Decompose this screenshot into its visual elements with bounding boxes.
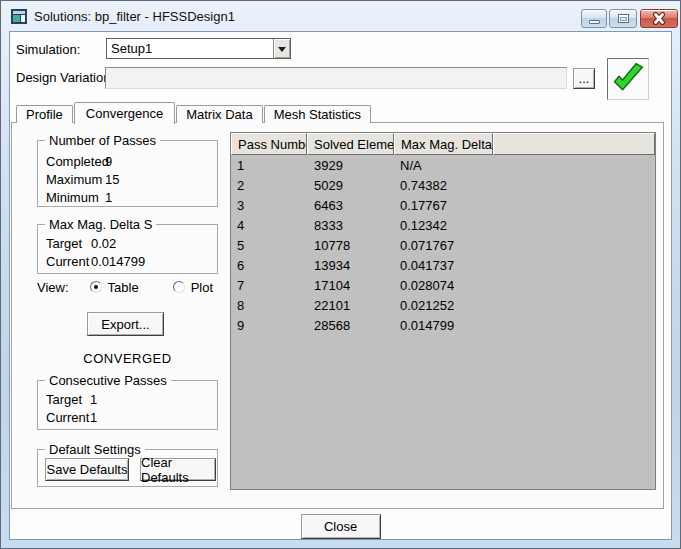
completed-value: 9 [105,154,112,169]
table-row[interactable]: 6139340.041737 [231,255,655,275]
simulation-label: Simulation: [16,42,80,57]
view-plot-radio-label[interactable]: Plot [191,280,213,295]
convergence-status: CONVERGED [37,351,218,366]
tab-convergence[interactable]: Convergence [74,102,175,124]
table-cell: 0.014799 [394,315,493,335]
table-cell: 17104 [307,275,394,295]
group-title: Consecutive Passes [45,373,171,388]
close-window-button[interactable] [640,9,678,28]
table-row[interactable]: 364630.17767 [231,195,655,215]
tab-profile[interactable]: Profile [16,105,73,123]
current-value: 1 [90,410,97,425]
minimum-label: Minimum [46,189,105,207]
maximize-button[interactable] [609,9,637,28]
table-cell: 9 [231,315,307,335]
table-cell: 4 [231,215,307,235]
target-value: 1 [90,392,97,407]
convergence-table: Pass NumberSolved ElementsMax Mag. Delta… [230,132,656,490]
tab-mesh-statistics[interactable]: Mesh Statistics [264,105,371,123]
target-value: 0.02 [91,236,116,251]
table-cell: 7 [231,275,307,295]
table-cell: 13934 [307,255,394,275]
table-cell: N/A [394,155,493,175]
app-icon [11,9,27,24]
maximum-label: Maximum [46,171,105,189]
table-cell: 8 [231,295,307,315]
table-body: 13929N/A250290.74382364630.17767483330.1… [231,155,655,489]
table-cell: 3929 [307,155,394,175]
simulation-dropdown-value: Setup1 [107,39,273,58]
group-title: Default Settings [45,442,145,457]
design-variation-label: Design Variation: [16,70,114,85]
table-row[interactable]: 5107780.071767 [231,235,655,255]
target-label: Target [46,235,91,253]
table-cell: 6463 [307,195,394,215]
view-table-radio-label[interactable]: Table [108,280,139,295]
maximize-icon [618,14,629,23]
table-row[interactable]: 7171040.028074 [231,275,655,295]
table-cell: 0.021252 [394,295,493,315]
table-cell: 0.12342 [394,215,493,235]
validation-check-button[interactable] [607,58,649,100]
dialog-client-area: Simulation: Setup1 Design Variation: ...… [9,31,672,540]
minimize-button[interactable] [581,9,607,28]
maximum-value: 15 [105,172,119,187]
view-table-radio[interactable] [90,281,102,293]
window-title: Solutions: bp_filter - HFSSDesign1 [34,9,235,24]
dialog-window: Solutions: bp_filter - HFSSDesign1 Simul… [0,0,681,549]
group-title: Max Mag. Delta S [45,217,156,232]
table-row[interactable]: 483330.12342 [231,215,655,235]
table-cell: 28568 [307,315,394,335]
current-label: Current [46,409,90,427]
chevron-down-icon[interactable] [273,39,290,58]
table-cell: 1 [231,155,307,175]
table-row[interactable]: 250290.74382 [231,175,655,195]
number-of-passes-group: Number of Passes Completed9 Maximum15 Mi… [37,140,218,207]
table-cell: 0.071767 [394,235,493,255]
clear-defaults-button[interactable]: Clear Defaults [140,458,216,481]
minimum-value: 1 [105,190,112,205]
table-cell: 5 [231,235,307,255]
current-label: Current [46,253,91,271]
table-cell: 6 [231,255,307,275]
tab-matrix-data[interactable]: Matrix Data [176,105,262,123]
table-row[interactable]: 8221010.021252 [231,295,655,315]
view-plot-radio[interactable] [173,281,185,293]
table-row[interactable]: 13929N/A [231,155,655,175]
completed-label: Completed [46,153,105,171]
table-cell: 8333 [307,215,394,235]
browse-button[interactable]: ... [573,68,595,89]
save-defaults-button[interactable]: Save Defaults [45,458,129,481]
simulation-dropdown[interactable]: Setup1 [106,38,291,59]
table-cell: 0.74382 [394,175,493,195]
table-cell: 2 [231,175,307,195]
column-header[interactable] [493,133,655,155]
column-header[interactable]: Solved Elements [307,133,394,155]
column-header[interactable]: Pass Number [231,133,307,155]
column-header[interactable]: Max Mag. Delta S [394,133,493,155]
table-cell: 0.17767 [394,195,493,215]
design-variation-input[interactable] [105,67,567,89]
close-button[interactable]: Close [301,514,381,539]
current-value: 0.014799 [91,254,145,269]
view-label: View: [37,280,69,295]
target-label: Target [46,391,90,409]
check-icon [610,61,646,97]
group-title: Number of Passes [45,133,160,148]
max-mag-delta-s-group: Max Mag. Delta S Target0.02 Current0.014… [37,224,218,274]
convergence-tab-page: Number of Passes Completed9 Maximum15 Mi… [11,122,664,509]
default-settings-group: Default Settings Save Defaults Clear Def… [37,449,218,487]
table-cell: 22101 [307,295,394,315]
title-bar[interactable]: Solutions: bp_filter - HFSSDesign1 [1,1,680,31]
table-cell: 0.041737 [394,255,493,275]
table-header: Pass NumberSolved ElementsMax Mag. Delta… [231,133,655,155]
table-cell: 3 [231,195,307,215]
table-cell: 5029 [307,175,394,195]
export-button[interactable]: Export... [87,312,164,336]
tab-bar: ProfileConvergenceMatrix DataMesh Statis… [16,101,372,123]
close-icon [652,12,666,25]
consecutive-passes-group: Consecutive Passes Target1 Current1 [37,380,218,430]
table-cell: 0.028074 [394,275,493,295]
minimize-icon [589,20,600,24]
table-row[interactable]: 9285680.014799 [231,315,655,335]
